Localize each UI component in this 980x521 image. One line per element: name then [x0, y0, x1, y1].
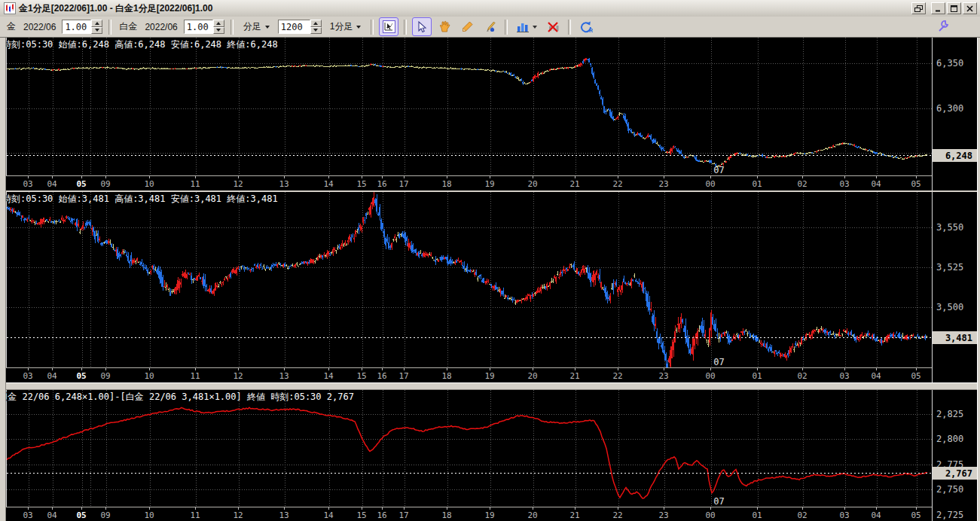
time-tick [490, 507, 490, 510]
time-tick [533, 176, 533, 178]
time-axis-label: 15 [352, 371, 371, 381]
pencil-draw-button[interactable] [457, 17, 477, 36]
time-tick [876, 507, 877, 510]
toolbar-separator [505, 20, 508, 35]
time-axis-label: 22 [608, 510, 627, 520]
refresh-button[interactable]: R [576, 17, 596, 36]
up-arrow-icon [313, 22, 318, 25]
refresh-icon: R [579, 20, 593, 34]
time-axis-label: 22 [608, 371, 627, 381]
gold-multiplier-down-button[interactable] [91, 27, 102, 35]
time-tick [757, 176, 758, 178]
time-axis-label: 23 [654, 510, 673, 520]
time-tick [52, 507, 53, 510]
time-tick [533, 368, 533, 370]
platinum-multiplier-value[interactable]: 1.00 [184, 20, 213, 34]
price-axis-label: 2,800 [936, 434, 963, 444]
time-axis-label: 04 [866, 510, 886, 520]
price-axis-label: 2,825 [936, 409, 963, 419]
time-tick [195, 368, 196, 370]
price-axis-label: 3,550 [936, 222, 963, 233]
time-axis-label: 11 [185, 179, 205, 189]
time-tick [382, 368, 383, 370]
platinum-symbol-label: 白金 [119, 20, 137, 33]
time-axis-label: 19 [480, 371, 499, 381]
crosshair-chart-button[interactable] [379, 17, 398, 36]
minimize-icon [935, 5, 942, 12]
chart-type-button[interactable] [513, 17, 540, 36]
time-tick [404, 176, 405, 178]
time-axis-label: 17 [394, 371, 414, 381]
time-axis-label: 01 [747, 371, 767, 381]
time-tick [105, 368, 106, 370]
gold-multiplier-value[interactable]: 1.00 [62, 20, 91, 34]
window-border-left [0, 37, 6, 521]
time-tick [52, 176, 53, 178]
interval-dropdown-label: 1分足 [330, 20, 353, 33]
timeframe-dropdown[interactable]: 分足 [239, 19, 274, 35]
platinum-chart-plot[interactable]: 07 [6, 192, 933, 367]
time-tick [28, 507, 29, 510]
hand-pan-button[interactable] [435, 17, 454, 36]
bar-count-value[interactable]: 1200 [278, 20, 310, 34]
spread-chart-info: [金 22/06 6,248×1.00]-[白金 22/06 3,481×1.0… [2, 391, 354, 404]
panel-splitter[interactable] [0, 382, 980, 390]
time-axis-label: 09 [96, 371, 115, 381]
time-tick [404, 507, 405, 510]
time-axis-label: 03 [18, 179, 38, 189]
time-axis-label: 03 [18, 510, 38, 520]
up-arrow-icon [216, 22, 221, 25]
time-tick [105, 176, 106, 178]
platinum-multiplier-down-button[interactable] [213, 27, 224, 35]
close-button[interactable] [963, 2, 977, 14]
bar-count-down-button[interactable] [310, 27, 322, 35]
time-axis-label: 16 [372, 371, 392, 381]
time-axis-label: 04 [866, 179, 886, 189]
time-tick [575, 176, 575, 178]
settings-wrench-button[interactable] [936, 19, 950, 33]
time-axis-label: 13 [274, 510, 294, 520]
platinum-chart-price-scale: 3,5503,5253,500 3,481 [932, 192, 978, 382]
float-window-button[interactable] [911, 2, 926, 14]
time-tick [328, 176, 329, 178]
interval-dropdown[interactable]: 1分足 [325, 19, 366, 35]
clear-chart-button[interactable] [543, 17, 563, 36]
time-tick [710, 176, 711, 178]
time-axis-label: 15 [352, 510, 371, 520]
spread-chart-plot[interactable]: 07 [6, 390, 933, 507]
title-bar[interactable]: 金1分足[2022/06]1.00 - 白金1分足[2022/06]1.00 [0, 0, 980, 17]
pen-annotate-button[interactable] [480, 17, 499, 36]
time-axis-label: 20 [523, 179, 542, 189]
time-tick [149, 176, 150, 178]
gold-multiplier-up-button[interactable] [91, 20, 102, 27]
maximize-button[interactable] [947, 2, 961, 14]
time-axis-label: 19 [480, 510, 499, 520]
price-axis-label: 3,525 [936, 262, 963, 273]
time-axis-label: 21 [565, 510, 585, 520]
gold-chart-info: 時刻:05:30 始値:6,248 高値:6,248 安値:6,248 終値:6… [2, 38, 278, 51]
time-tick [149, 507, 150, 510]
time-axis-label: 05 [72, 371, 91, 381]
svg-text:07: 07 [713, 357, 724, 367]
select-pointer-button[interactable] [412, 17, 432, 36]
price-axis-label: 2,725 [936, 510, 963, 520]
time-tick [52, 368, 53, 370]
time-tick [844, 368, 845, 370]
time-axis-label: 12 [228, 510, 248, 520]
timeframe-dropdown-label: 分足 [243, 20, 261, 33]
gold-chart-plot[interactable]: 07 [6, 38, 933, 175]
time-axis-label: 09 [96, 510, 115, 520]
time-axis-label: 23 [654, 179, 673, 189]
toolbar-separator [230, 20, 234, 35]
time-tick [362, 507, 362, 510]
time-axis-label: 16 [372, 510, 392, 520]
platinum-multiplier-up-button[interactable] [213, 20, 224, 27]
toolbar-separator [404, 20, 407, 35]
select-pointer-icon [416, 21, 428, 33]
bar-count-up-button[interactable] [310, 20, 322, 27]
minimize-button[interactable] [931, 2, 945, 14]
spread-chart-time-axis: 0304050910111213141516171819202122230001… [6, 507, 932, 521]
time-tick [447, 176, 447, 178]
time-tick [328, 507, 329, 510]
time-axis-label: 13 [274, 179, 294, 189]
